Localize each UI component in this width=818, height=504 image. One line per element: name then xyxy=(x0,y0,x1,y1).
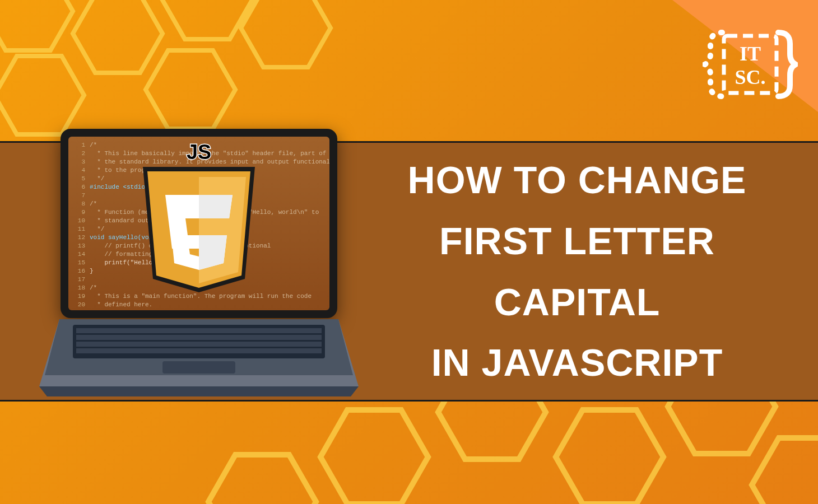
laptop-screen-bezel: 1/*2 * This line basically imports the "… xyxy=(61,129,337,318)
svg-rect-19 xyxy=(162,361,235,374)
svg-rect-23 xyxy=(76,342,322,347)
laptop-base xyxy=(39,314,359,414)
title-line-1: HOW TO CHANGE xyxy=(359,150,796,211)
svg-rect-22 xyxy=(76,335,322,340)
laptop-illustration: 1/*2 * This line basically imports the "… xyxy=(39,129,359,414)
brand-logo: IT SC. xyxy=(703,17,798,112)
svg-marker-18 xyxy=(39,386,359,396)
svg-marker-5 xyxy=(241,0,331,67)
title-container: HOW TO CHANGE FIRST LETTER CAPITAL IN JA… xyxy=(359,143,796,400)
svg-marker-2 xyxy=(162,0,252,39)
svg-marker-0 xyxy=(0,0,73,50)
svg-marker-11 xyxy=(208,455,316,504)
svg-marker-4 xyxy=(146,50,235,129)
logo-text-top: IT xyxy=(740,43,761,65)
code-line: 21 */ xyxy=(75,309,329,310)
svg-marker-6 xyxy=(320,410,428,504)
svg-rect-21 xyxy=(76,328,322,333)
svg-rect-24 xyxy=(76,348,322,353)
svg-marker-8 xyxy=(556,410,663,504)
title-line-3: IN JAVASCRIPT xyxy=(359,332,796,393)
svg-marker-10 xyxy=(752,438,818,504)
svg-marker-3 xyxy=(0,56,84,134)
javascript-badge: JS xyxy=(134,140,263,299)
page-title: HOW TO CHANGE FIRST LETTER CAPITAL IN JA… xyxy=(359,150,796,393)
svg-marker-1 xyxy=(73,0,162,73)
code-line: 20 * defined here. xyxy=(75,301,329,309)
js-badge-label: JS xyxy=(187,141,211,164)
logo-text-bottom: SC. xyxy=(735,66,765,88)
title-line-2: FIRST LETTER CAPITAL xyxy=(359,211,796,333)
